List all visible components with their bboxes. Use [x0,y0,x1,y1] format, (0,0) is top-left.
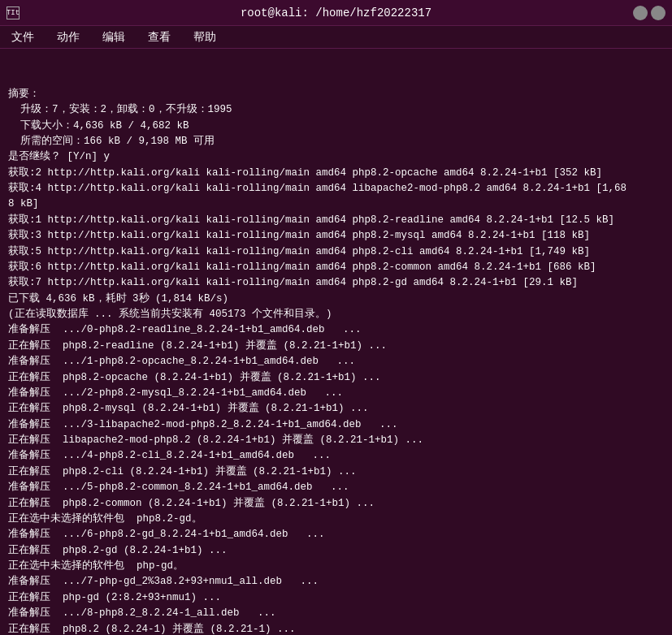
terminal-line: 获取:7 http://http.kali.org/kali kali-roll… [8,275,664,291]
window-icon: TIt [7,6,20,19]
terminal-line: 已下载 4,636 kB，耗时 3秒 (1,814 kB/s) [8,292,664,307]
terminal-line: 摘要： [8,87,664,102]
terminal-line: 获取:1 http://http.kali.org/kali kali-roll… [8,213,664,228]
menu-action[interactable]: 动作 [52,28,85,46]
terminal-line: 准备解压 .../1-php8.2-opcache_8.2.24-1+b1_am… [8,354,664,369]
terminal-line: 准备解压 .../3-libapache2-mod-php8.2_8.2.24-… [8,417,664,433]
terminal-window: TIt root@kali: /home/hzf20222317 文件 动作 编… [0,0,672,635]
terminal-line: 8 kB] [8,197,664,212]
menubar: 文件 动作 编辑 查看 帮助 [0,26,672,49]
terminal-line: 准备解压 .../7-php-gd_2%3a8.2+93+nmu1_all.de… [8,574,664,590]
terminal-line: 获取:4 http://http.kali.org/kali kali-roll… [8,181,664,197]
window-icon-text: TIt [7,9,20,17]
minimize-button[interactable] [633,6,648,20]
terminal-line: 准备解压 .../8-php8.2_8.2.24-1_all.deb ... [8,606,664,621]
terminal-line: 正在选中未选择的软件包 php8.2-gd。 [8,512,664,527]
terminal-line: 准备解压 .../0-php8.2-readline_8.2.24-1+b1_a… [8,322,664,338]
terminal-line: 准备解压 .../4-php8.2-cli_8.2.24-1+b1_amd64.… [8,448,664,464]
titlebar-buttons [633,6,665,20]
terminal-line: 正在解压 php8.2 (8.2.24-1) 并覆盖 (8.2.21-1) ..… [8,622,664,636]
terminal-line: 正在解压 php-gd (2:8.2+93+nmu1) ... [8,590,664,606]
terminal-line: 正在解压 libapache2-mod-php8.2 (8.2.24-1+b1)… [8,433,664,448]
terminal-line: (正在读取数据库 ... 系统当前共安装有 405173 个文件和目录。) [8,307,664,322]
terminal-line: 正在解压 php8.2-readline (8.2.24-1+b1) 并覆盖 (… [8,339,664,354]
maximize-button[interactable] [651,6,665,20]
titlebar: TIt root@kali: /home/hzf20222317 [0,0,672,26]
titlebar-title: root@kali: /home/hzf20222317 [241,6,431,19]
terminal-output[interactable]: 摘要： 升级：7，安装：2，卸载：0，不升级：1995 下载大小：4,636 k… [0,49,672,635]
terminal-line: 正在解压 php8.2-mysql (8.2.24-1+b1) 并覆盖 (8.2… [8,401,664,417]
terminal-line: 准备解压 .../2-php8.2-mysql_8.2.24-1+b1_amd6… [8,386,664,401]
titlebar-left: TIt [7,6,20,19]
terminal-line: 正在解压 php8.2-common (8.2.24-1+b1) 并覆盖 (8.… [8,496,664,512]
terminal-line: 获取:6 http://http.kali.org/kali kali-roll… [8,260,664,275]
terminal-line: 升级：7，安装：2，卸载：0，不升级：1995 [8,102,664,118]
terminal-line: 正在解压 php8.2-gd (8.2.24-1+b1) ... [8,543,664,559]
terminal-line: 所需的空间：166 kB / 9,198 MB 可用 [8,134,664,149]
terminal-line: 获取:2 http://http.kali.org/kali kali-roll… [8,166,664,181]
terminal-line: 正在选中未选择的软件包 php-gd。 [8,559,664,574]
terminal-line: 正在解压 php8.2-cli (8.2.24-1+b1) 并覆盖 (8.2.2… [8,464,664,480]
terminal-line: 是否继续？ [Y/n] y [8,149,664,165]
menu-view[interactable]: 查看 [143,28,176,46]
menu-edit[interactable]: 编辑 [98,28,130,46]
terminal-line: 下载大小：4,636 kB / 4,682 kB [8,119,664,134]
terminal-line: 准备解压 .../6-php8.2-gd_8.2.24-1+b1_amd64.d… [8,527,664,542]
menu-file[interactable]: 文件 [7,28,39,46]
terminal-line: 正在解压 php8.2-opcache (8.2.24-1+b1) 并覆盖 (8… [8,370,664,386]
menu-help[interactable]: 帮助 [189,28,221,46]
terminal-line: 准备解压 .../5-php8.2-common_8.2.24-1+b1_amd… [8,480,664,495]
terminal-line: 获取:3 http://http.kali.org/kali kali-roll… [8,228,664,244]
terminal-line: 获取:5 http://http.kali.org/kali kali-roll… [8,244,664,260]
